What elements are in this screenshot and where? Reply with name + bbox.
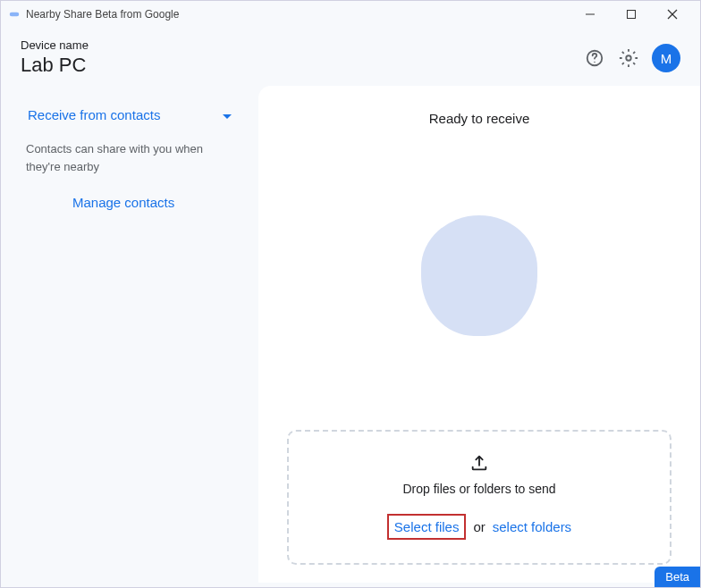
window-title: Nearby Share Beta from Google: [26, 8, 570, 21]
dropzone-text: Drop files or folders to send: [402, 482, 555, 496]
titlebar: Nearby Share Beta from Google: [1, 1, 700, 28]
device-name: Lab PC: [21, 54, 89, 77]
status-graphic: [421, 215, 537, 336]
manage-contacts-link[interactable]: Manage contacts: [26, 195, 233, 210]
maximize-button[interactable]: [611, 1, 652, 28]
device-label: Device name: [21, 38, 89, 52]
svg-point-6: [594, 62, 595, 63]
receive-description: Contacts can share with you when they're…: [26, 140, 233, 175]
svg-point-7: [626, 55, 631, 61]
svg-rect-0: [10, 13, 20, 17]
avatar-initial: M: [661, 51, 672, 66]
select-files-link[interactable]: Select files: [387, 514, 467, 540]
settings-button[interactable]: [618, 47, 639, 69]
user-avatar[interactable]: M: [652, 44, 680, 72]
window-controls: [570, 1, 693, 28]
status-text: Ready to receive: [429, 111, 530, 126]
content-area: Receive from contacts Contacts can share…: [1, 86, 700, 583]
upload-icon: [469, 453, 489, 476]
beta-badge: Beta: [655, 567, 700, 587]
header-actions: M: [584, 44, 680, 72]
app-icon: [8, 8, 21, 21]
dropzone[interactable]: Drop files or folders to send Select fil…: [287, 430, 671, 565]
chevron-down-icon: [223, 107, 232, 122]
minimize-button[interactable]: [570, 1, 611, 28]
device-info: Device name Lab PC: [21, 38, 89, 77]
close-button[interactable]: [652, 1, 693, 28]
app-header: Device name Lab PC M: [1, 28, 700, 86]
main-panel: Ready to receive Drop files or folders t…: [258, 86, 700, 583]
select-folders-link[interactable]: select folders: [493, 519, 571, 534]
receive-label: Receive from contacts: [28, 107, 160, 122]
or-text: or: [473, 519, 485, 534]
sidebar: Receive from contacts Contacts can share…: [1, 86, 258, 583]
select-row: Select files or select folders: [387, 514, 571, 540]
svg-rect-2: [628, 11, 636, 19]
receive-visibility-dropdown[interactable]: Receive from contacts: [26, 102, 233, 128]
help-button[interactable]: [584, 47, 605, 69]
